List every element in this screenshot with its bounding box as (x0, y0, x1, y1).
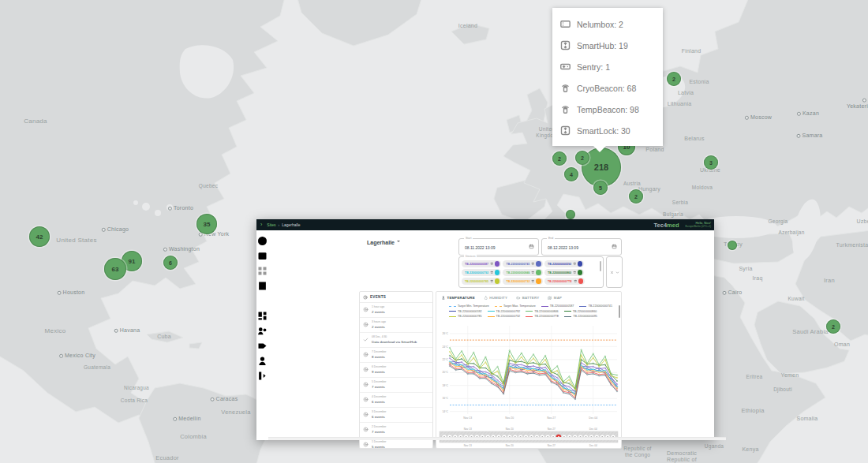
breadcrumb-sites[interactable]: Sites (267, 222, 275, 227)
page-title[interactable]: Lagerhalle (367, 240, 400, 245)
grid-icon[interactable] (256, 266, 268, 279)
map-cluster-marker[interactable]: 6 (163, 256, 178, 270)
horizontal-scrollbar[interactable] (268, 437, 726, 440)
devices-scrollbar[interactable] (600, 261, 601, 271)
device-chip[interactable]: TB-220000000732 (503, 278, 542, 285)
trash-icon[interactable] (573, 271, 577, 274)
end-date-field[interactable]: End 08.12.2022 13:09 (541, 238, 622, 256)
event-list-item[interactable]: 5 December7 events (360, 378, 432, 393)
tab-humidity[interactable]: HUMIDITY (484, 296, 507, 301)
event-list-item[interactable]: 08 Dec, 4:30Data download via SmartHub (360, 333, 432, 348)
chevron-down-icon[interactable] (363, 427, 369, 432)
event-list-item[interactable]: 2 December7 events (360, 423, 432, 438)
list-icon[interactable] (256, 296, 268, 309)
legend-label: TB-2200000007TE (534, 315, 559, 318)
device-type-badge-icon (536, 261, 541, 267)
legend-item[interactable]: TB-220000000732 (488, 315, 521, 318)
event-list-item[interactable]: 7 December8 events (360, 348, 432, 363)
legend-item[interactable]: TB-220000000792 (488, 310, 521, 313)
legend-item[interactable]: TB-2200000007TE (526, 315, 559, 318)
legend-item[interactable]: Target Max. Temperature (495, 304, 536, 308)
map-cluster-marker[interactable]: 2 (667, 72, 681, 86)
device-chip[interactable]: TB-220000000592 (544, 260, 584, 267)
chart-legend: Target Min. TemperatureTarget Max. Tempe… (436, 304, 621, 318)
devices-dropdown-control[interactable] (606, 256, 623, 288)
legend-item[interactable]: TB-220000000587 (541, 304, 574, 308)
app-content: Lagerhalle Start 08.11.2022 13:09 End 08… (268, 230, 714, 440)
legend-item[interactable]: TB-220000000592 (449, 310, 482, 313)
chevron-down-icon[interactable] (363, 442, 369, 447)
device-chip[interactable]: TB-2200000007TE (544, 278, 585, 285)
calendar-icon[interactable] (612, 244, 617, 249)
map-cluster-marker[interactable]: 2 (575, 151, 589, 165)
room-icon[interactable] (256, 281, 268, 294)
legend-item[interactable]: TB-220000000741 (579, 304, 612, 308)
map-cluster-marker[interactable] (728, 241, 737, 250)
legend-label: TB-220000000792 (496, 310, 521, 313)
start-date-field[interactable]: Start 08.11.2022 13:09 (458, 238, 539, 256)
user-menu[interactable]: Hello, Nico! Europe/Berlin (UTC+1) (685, 222, 711, 229)
legend-item[interactable]: TB-220000000095 (564, 315, 597, 318)
legend-item[interactable]: TB-220000000785 (449, 315, 482, 318)
clear-icon[interactable] (610, 271, 614, 274)
map-cluster-marker[interactable]: 35 (196, 214, 217, 234)
devices-multiselect[interactable]: Devices TB-220000000587TB-220000000741TB… (458, 256, 604, 288)
chevron-down-icon[interactable] (363, 397, 369, 402)
logout-icon[interactable] (256, 371, 268, 384)
trash-icon[interactable] (490, 279, 494, 283)
map-cluster-marker[interactable]: 2 (552, 151, 567, 166)
device-chip[interactable]: TB-220000000792 (462, 269, 501, 276)
tab-map[interactable]: MAP (548, 296, 562, 301)
map-cluster-marker[interactable]: 5 (593, 181, 608, 195)
globe-icon[interactable] (256, 236, 268, 249)
legend-item[interactable]: Target Min. Temperature (449, 304, 489, 308)
dashboard-icon[interactable] (256, 311, 268, 324)
map-cluster-marker[interactable]: 2 (629, 189, 643, 203)
event-list-item[interactable]: 3 December6 events (360, 408, 432, 423)
tab-temperature[interactable]: TEMPERATURE (441, 296, 475, 301)
expand-sidebar-icon[interactable]: › (260, 222, 262, 227)
chevron-down-icon[interactable] (363, 367, 369, 372)
device-chip[interactable]: TB-220000000785 (462, 278, 501, 285)
legend-item[interactable]: TB-220000000860 (564, 310, 597, 313)
trash-icon[interactable] (531, 279, 535, 283)
trash-icon[interactable] (574, 279, 578, 283)
chevron-down-icon[interactable] (615, 271, 619, 274)
device-chip[interactable]: TB-220000000741 (503, 260, 542, 267)
event-list-item[interactable]: 1 hour ago2 events (360, 303, 432, 318)
map-cluster-marker[interactable]: 63 (104, 258, 126, 280)
event-list-item[interactable]: 3 hours ago2 events (360, 318, 432, 333)
trash-icon[interactable] (531, 271, 535, 274)
trash-icon[interactable] (490, 262, 494, 266)
map-cluster-marker[interactable] (566, 210, 575, 219)
trash-icon[interactable] (490, 271, 494, 274)
box-icon[interactable] (256, 251, 268, 264)
map-cluster-marker[interactable]: 42 (29, 226, 50, 247)
map-cluster-marker[interactable]: 3 (704, 155, 718, 170)
profile-icon[interactable] (256, 356, 268, 369)
legend-item[interactable]: TB-220000000846 (526, 310, 559, 313)
events-list: 1 hour ago2 events3 hours ago2 events08 … (360, 303, 432, 449)
device-chip[interactable]: TB-220000000860 (544, 269, 584, 276)
chevron-down-icon[interactable] (363, 352, 369, 357)
svg-text:Dec 04: Dec 04 (589, 416, 597, 420)
map-cluster-marker[interactable]: 2 (826, 319, 840, 334)
label-icon[interactable] (256, 341, 268, 354)
event-list-item[interactable]: 6 December9 events (360, 363, 432, 378)
trash-icon[interactable] (531, 262, 535, 266)
calendar-icon[interactable] (529, 244, 534, 249)
device-chip[interactable]: TB-220000000587 (462, 260, 501, 267)
legend-label: TB-220000000587 (550, 304, 574, 308)
chevron-down-icon[interactable] (363, 307, 369, 312)
chevron-down-icon[interactable] (363, 382, 369, 387)
map-cluster-marker[interactable]: 4 (564, 167, 578, 181)
chevron-down-icon[interactable] (363, 322, 369, 327)
trash-icon[interactable] (573, 262, 577, 266)
tab-battery[interactable]: BATTERY (516, 296, 539, 301)
users-icon[interactable] (256, 326, 268, 339)
event-list-item[interactable]: 4 December6 events (360, 393, 432, 408)
device-chip[interactable]: TB-220000000846 (503, 269, 542, 276)
legend-scrollbar[interactable] (619, 305, 621, 318)
chevron-down-icon[interactable] (363, 412, 369, 417)
temperature-chart[interactable]: 26°C24°C22°C20°C18°C16°C14°CNov 13Nov 20… (438, 322, 619, 426)
